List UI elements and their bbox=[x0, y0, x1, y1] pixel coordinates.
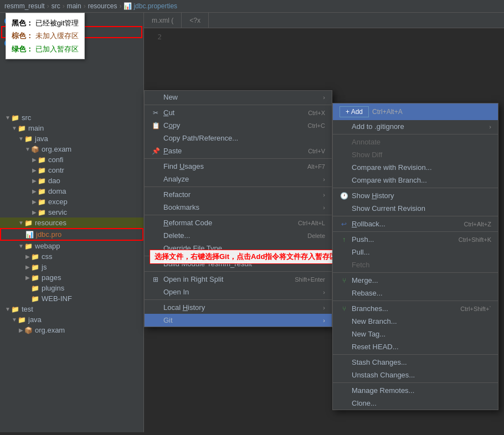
ann-black-desc: 已经被git管理 bbox=[35, 19, 79, 27]
gsm-pull[interactable]: Pull... bbox=[333, 246, 498, 258]
tree-pages[interactable]: ▶ 📁 pages bbox=[0, 272, 143, 283]
arrow-main: ▼ bbox=[11, 125, 18, 131]
tree-css[interactable]: ▶ 📁 css bbox=[0, 251, 143, 262]
label-pages: pages bbox=[42, 273, 61, 282]
git-add-shortcut: Ctrl+Alt+A bbox=[372, 108, 403, 116]
tree-org[interactable]: ▼ 📦 org.exam bbox=[0, 144, 143, 154]
gsm-add-gitignore[interactable]: Add to .gitignore › bbox=[333, 120, 498, 133]
tree-plugins[interactable]: 📁 plugins bbox=[0, 283, 143, 293]
cm-new[interactable]: New › bbox=[145, 91, 332, 103]
line-num-2: 2 bbox=[151, 33, 162, 41]
gsm-push-icon: ↑ bbox=[340, 236, 348, 244]
gsm-reset-head[interactable]: Reset HEAD... bbox=[333, 340, 498, 353]
folder-servic-icon: 📁 bbox=[38, 209, 46, 216]
gsm-unstash[interactable]: Unstash Changes... bbox=[333, 369, 498, 381]
arrow-contr: ▶ bbox=[31, 167, 38, 173]
label-src: src bbox=[22, 113, 31, 122]
tree-jdbc[interactable]: 📊 jdbc.pro bbox=[0, 228, 143, 241]
gsm-annotate[interactable]: Annotate bbox=[333, 136, 498, 148]
cm-refactor[interactable]: Refactor › bbox=[145, 188, 332, 201]
gsm-push[interactable]: ↑Push... Ctrl+Shift+K bbox=[333, 233, 498, 246]
gsm-show-current-rev[interactable]: Show Current Revision bbox=[333, 202, 498, 215]
tree-test[interactable]: ▼ 📁 test bbox=[0, 304, 143, 314]
gsm-rollback[interactable]: ↩Rollback... Ctrl+Alt+Z bbox=[333, 218, 498, 230]
arrow-js: ▶ bbox=[24, 264, 31, 270]
tree-dao[interactable]: ▶ 📁 dao bbox=[0, 175, 143, 186]
folder-org-icon: 📦 bbox=[31, 146, 39, 153]
gsm-fetch[interactable]: Fetch bbox=[333, 258, 498, 271]
gsm-new-tag[interactable]: New Tag... bbox=[333, 328, 498, 340]
gsm-manage-remotes[interactable]: Manage Remotes... bbox=[333, 384, 498, 397]
tree-webinf[interactable]: 📁 WEB-INF bbox=[0, 293, 143, 304]
editor-tab-xml[interactable]: <?x bbox=[182, 13, 209, 28]
arrow-servic: ▶ bbox=[31, 209, 38, 215]
cm-copy-path[interactable]: Copy Path/Reference... bbox=[145, 132, 332, 144]
arrow-webapp: ▼ bbox=[18, 243, 24, 249]
cm-delete[interactable]: Delete... Delete bbox=[145, 229, 332, 242]
label-excep: excep bbox=[48, 198, 68, 206]
cm-find-usages[interactable]: Find Usages Alt+F7 bbox=[145, 160, 332, 173]
arrow-css: ▶ bbox=[24, 253, 31, 260]
cm-git[interactable]: Git › bbox=[145, 314, 332, 327]
ann-brown-label: 棕色： bbox=[12, 32, 33, 40]
cm-open-in[interactable]: Open In › bbox=[145, 286, 332, 298]
git-add-button[interactable]: + Add bbox=[340, 106, 369, 117]
gsm-clone[interactable]: Clone... bbox=[333, 397, 498, 410]
gsm-sep-7 bbox=[333, 354, 498, 355]
gsm-show-diff[interactable]: Show Diff bbox=[333, 148, 498, 161]
tree-js[interactable]: ▶ 📁 js bbox=[0, 262, 143, 272]
cm-paste-icon: 📌 bbox=[151, 147, 160, 155]
gsm-compare-branch[interactable]: Compare with Branch... bbox=[333, 174, 498, 187]
gsm-branches[interactable]: ⑂Branches... Ctrl+Shift+` bbox=[333, 302, 498, 315]
tree-test-java[interactable]: ▼ 📁 java bbox=[0, 314, 143, 325]
gsm-merge[interactable]: ⑂Merge... bbox=[333, 274, 498, 287]
tree-main[interactable]: ▼ 📁 main bbox=[0, 123, 143, 133]
gsm-push-shortcut: Ctrl+Shift+K bbox=[459, 236, 491, 243]
gsm-stash[interactable]: Stash Changes... bbox=[333, 356, 498, 369]
folder-pages-icon: 📁 bbox=[31, 274, 39, 282]
tree-doma[interactable]: ▶ 📁 doma bbox=[0, 186, 143, 196]
tree-contr[interactable]: ▶ 📁 contr bbox=[0, 165, 143, 175]
tree-servic[interactable]: ▶ 📁 servic bbox=[0, 207, 143, 218]
cm-bookmarks[interactable]: Bookmarks › bbox=[145, 201, 332, 214]
label-test-org: org.exam bbox=[35, 326, 65, 334]
tree-webapp[interactable]: ▼ 📁 webapp bbox=[0, 241, 143, 251]
label-servic: servic bbox=[48, 208, 67, 216]
breadcrumb-resources[interactable]: resources bbox=[88, 2, 117, 10]
cm-copy[interactable]: 📋Copy Ctrl+C bbox=[145, 119, 332, 132]
breadcrumb-sep-2: › bbox=[84, 2, 86, 10]
cm-sep-1 bbox=[145, 105, 332, 105]
gsm-sep-8 bbox=[333, 382, 498, 383]
tree-src[interactable]: ▼ 📁 src bbox=[0, 112, 143, 123]
gsm-compare-revision[interactable]: Compare with Revision... bbox=[333, 161, 498, 174]
cm-analyze[interactable]: Analyze › bbox=[145, 173, 332, 185]
file-icon: 📊 bbox=[124, 2, 132, 10]
arrow-src: ▼ bbox=[4, 115, 11, 121]
gsm-sep-2 bbox=[333, 188, 498, 188]
editor-tab-mxml[interactable]: m.xml ( bbox=[144, 13, 182, 28]
breadcrumb-sep-0: › bbox=[47, 2, 49, 10]
label-doma: doma bbox=[48, 187, 66, 195]
tree-resources[interactable]: ▼ 📁 resources bbox=[0, 218, 143, 228]
cm-sep-7 bbox=[145, 299, 332, 300]
cm-reformat[interactable]: Reformat Code Ctrl+Alt+L bbox=[145, 216, 332, 229]
label-js: js bbox=[42, 263, 47, 271]
cm-cut[interactable]: ✂Cut Ctrl+X bbox=[145, 106, 332, 119]
arrow-test-org: ▶ bbox=[18, 327, 24, 333]
breadcrumb-main[interactable]: main bbox=[67, 2, 81, 10]
gsm-rebase[interactable]: Rebase... bbox=[333, 287, 498, 299]
breadcrumb-src[interactable]: src bbox=[52, 2, 60, 10]
label-confi: confi bbox=[48, 156, 63, 164]
gsm-new-branch[interactable]: New Branch... bbox=[333, 315, 498, 328]
cm-local-history[interactable]: Local History › bbox=[145, 301, 332, 314]
cm-open-right[interactable]: ⊞Open in Right Split Shift+Enter bbox=[145, 273, 332, 286]
tree-confi[interactable]: ▶ 📁 confi bbox=[0, 154, 143, 165]
cm-paste[interactable]: 📌Paste Ctrl+V bbox=[145, 144, 332, 157]
folder-resources-icon: 📁 bbox=[24, 219, 33, 227]
tree-test-org[interactable]: ▶ 📦 org.exam bbox=[0, 325, 143, 335]
gsm-show-history[interactable]: 🕐Show History bbox=[333, 189, 498, 202]
arrow-org: ▼ bbox=[24, 146, 31, 152]
tree-excep[interactable]: ▶ 📁 excep bbox=[0, 196, 143, 207]
tree-java[interactable]: ▼ 📁 java bbox=[0, 133, 143, 144]
breadcrumb-project[interactable]: resmm_result bbox=[4, 2, 45, 10]
